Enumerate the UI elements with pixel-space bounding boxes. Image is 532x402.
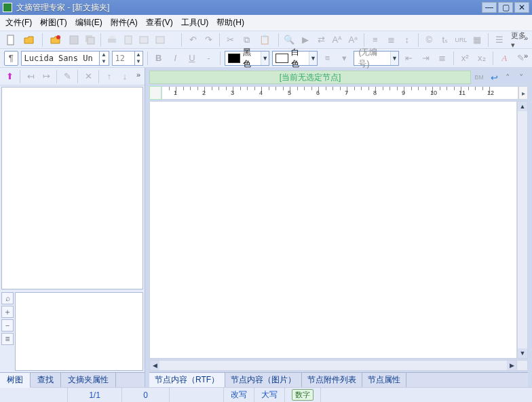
minimize-button[interactable]: — (482, 2, 497, 13)
ruler-origin-icon[interactable] (149, 86, 162, 100)
tree-scope-icon[interactable]: ⌕ (1, 292, 14, 304)
insert-url-icon: URL (455, 33, 468, 47)
new-doc-icon[interactable] (4, 33, 18, 47)
font-size-dn[interactable]: ▼ (134, 58, 142, 65)
redo-icon: ↷ (202, 33, 216, 47)
menu-edit[interactable]: 编辑(E) (75, 17, 102, 28)
rtab-image[interactable]: 节点内容（图片） (225, 373, 302, 387)
standard-toolbar: » ↶ ↷ ✂ ⧉ 📋 🔍 ▶ ⇄ Aᴬ Aᵃ ≡ ≣ ↕ © tₛ URL ▦… (0, 31, 532, 49)
svg-rect-9 (156, 37, 164, 43)
format-overflow-icon[interactable]: » (524, 52, 528, 60)
tree-bottom-controls: ⌕ ＋ － ≡ (0, 291, 145, 372)
back-color-swatch (276, 54, 288, 63)
font-family-dn[interactable]: ▼ (99, 58, 109, 65)
menu-attach[interactable]: 附件(A) (111, 17, 138, 28)
vertical-scrollbar[interactable]: ▲ ▼ (517, 101, 528, 359)
scroll-right-icon[interactable]: ▶ (507, 361, 516, 370)
tree-plus-icon[interactable]: ＋ (1, 306, 14, 318)
back-color-arrow-icon[interactable]: ▼ (309, 52, 318, 65)
menu-tool[interactable]: 工具(U) (181, 17, 209, 28)
nav-up-icon[interactable]: ˄ (501, 71, 514, 83)
scroll-up-icon[interactable]: ▲ (518, 102, 527, 111)
menu-view[interactable]: 查看(V) (146, 17, 173, 28)
fore-color-arrow-icon[interactable]: ▼ (261, 52, 269, 65)
left-tab-tree[interactable]: 树图 (0, 373, 31, 388)
back-color-label: 白色 (291, 47, 309, 70)
window-title: 文摘管理专家 - [新文摘夹] (16, 2, 480, 14)
scroll-corner (517, 360, 528, 371)
toolbar-overflow-icon[interactable]: » (524, 34, 528, 42)
para-style-icon[interactable]: ¶ (4, 51, 18, 66)
underline-icon: U (185, 51, 200, 66)
tree-area[interactable] (1, 87, 143, 289)
tree-list-icon[interactable]: ≡ (1, 333, 14, 345)
back-color-combo[interactable]: 白色 ▼ (272, 51, 318, 66)
open-folder-alt-icon[interactable] (47, 33, 65, 47)
status-mode-caps[interactable]: 大写 (254, 388, 285, 402)
svg-rect-5 (108, 39, 116, 43)
print-icon (105, 33, 119, 47)
status-mode-overwrite[interactable]: 改写 (224, 388, 254, 402)
svg-rect-8 (140, 37, 148, 43)
right-tabs: 节点内容（RTF） 节点内容（图片） 节点附件列表 节点属性 (149, 372, 528, 387)
numbering-label: (无编号) (354, 47, 390, 70)
horizontal-scrollbar[interactable]: ◀ ▶ (149, 360, 517, 371)
linespace-icon: ≣ (435, 51, 449, 66)
svg-rect-0 (7, 35, 14, 45)
bold-icon: B (151, 51, 166, 66)
workspace: ⬆ ↤ ↦ ✎ ✕ ↑ ↓ » ⌕ ＋ － ≡ 树图 查找 文摘夹属 (0, 68, 532, 387)
status-tag[interactable]: 数字 (285, 388, 321, 402)
nav-dn-icon[interactable]: ˅ (514, 71, 528, 83)
maximize-button[interactable]: ▢ (498, 2, 513, 13)
separator (181, 33, 182, 47)
close-button[interactable]: ✕ (514, 2, 529, 13)
separator (219, 33, 220, 47)
font-size-combo[interactable]: ▲▼ (112, 51, 143, 66)
horizontal-scrollbar-wrap: ◀ ▶ (149, 360, 528, 371)
document-page[interactable] (149, 101, 517, 359)
menu-file[interactable]: 文件(F) (5, 17, 32, 28)
svg-rect-4 (88, 37, 94, 44)
copy-icon: ⧉ (240, 33, 254, 47)
separator (418, 33, 419, 47)
left-tab-find[interactable]: 查找 (31, 373, 61, 387)
font-size-input[interactable] (113, 52, 132, 65)
import-icon (153, 33, 167, 47)
status-chars: 0 (122, 388, 170, 402)
font-family-combo[interactable]: ▲▼ (21, 51, 109, 66)
font-family-up[interactable]: ▲ (99, 52, 109, 58)
bookmark-label[interactable]: BM (472, 74, 486, 81)
ruler[interactable]: 123456789101112 (162, 86, 518, 100)
font-size-up[interactable]: ▲ (134, 52, 142, 58)
font-family-input[interactable] (22, 52, 96, 65)
separator (220, 52, 221, 65)
scroll-dn-icon[interactable]: ▼ (518, 348, 527, 358)
findnext-icon: ▶ (299, 33, 312, 47)
open-folder-icon[interactable] (20, 33, 39, 47)
italic-icon: I (168, 51, 183, 66)
ruler-scroll-right-icon[interactable]: ▸ (518, 86, 528, 100)
back-arrow-icon[interactable]: ↩ (487, 71, 501, 83)
left-tab-props[interactable]: 文摘夹属性 (61, 373, 116, 387)
tree-moveup-icon: ↑ (102, 70, 116, 83)
tree-movedn-icon: ↓ (118, 70, 132, 83)
tree-minus-icon[interactable]: － (1, 319, 14, 331)
align-drop-icon: ▾ (337, 51, 352, 66)
svg-point-1 (56, 35, 60, 39)
rtab-attach[interactable]: 节点附件列表 (302, 373, 362, 387)
subscript-icon: x₂ (475, 51, 489, 66)
tree-up-icon[interactable]: ⬆ (3, 70, 16, 83)
separator (488, 33, 489, 47)
rtab-rtf[interactable]: 节点内容（RTF） (149, 373, 225, 387)
tree-overflow-icon[interactable]: » (136, 71, 140, 79)
sort-icon: ↕ (400, 33, 414, 47)
fore-color-combo[interactable]: 黑色 ▼ (225, 51, 270, 66)
menu-help[interactable]: 帮助(H) (216, 17, 244, 28)
message-bar: [当前无选定节点] BM ↩ ˄ ˅ (149, 70, 528, 85)
menu-tree[interactable]: 树图(T) (40, 17, 66, 28)
left-tabs: 树图 查找 文摘夹属性 (0, 372, 145, 387)
rtab-props[interactable]: 节点属性 (362, 373, 406, 387)
scroll-left-icon[interactable]: ◀ (150, 361, 159, 370)
numbering-arrow-icon[interactable]: ▼ (390, 52, 399, 65)
numbering-combo[interactable]: (无编号) ▼ (354, 51, 399, 66)
